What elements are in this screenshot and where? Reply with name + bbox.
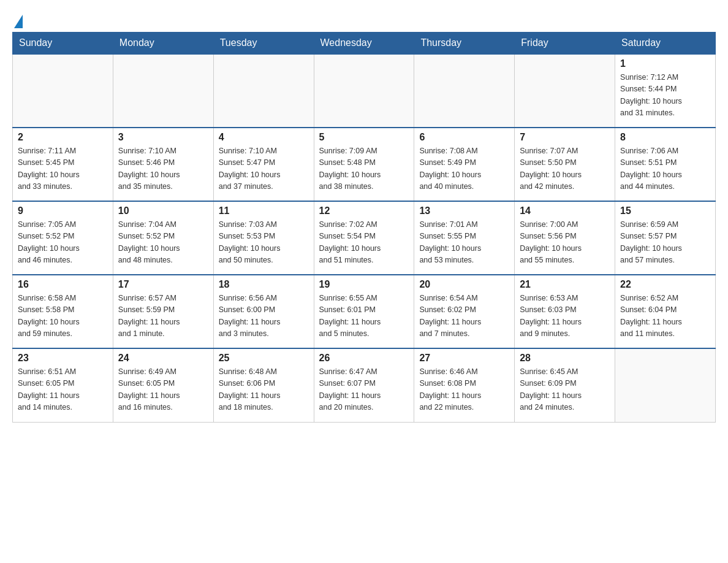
week-row: 16Sunrise: 6:58 AMSunset: 5:58 PMDayligh… xyxy=(13,275,716,348)
day-info: Sunrise: 7:06 AMSunset: 5:51 PMDaylight:… xyxy=(620,145,710,193)
day-number: 17 xyxy=(118,279,208,290)
calendar-cell: 6Sunrise: 7:08 AMSunset: 5:49 PMDaylight… xyxy=(414,128,515,201)
day-info: Sunrise: 7:11 AMSunset: 5:45 PMDaylight:… xyxy=(18,145,108,193)
calendar-cell: 17Sunrise: 6:57 AMSunset: 5:59 PMDayligh… xyxy=(113,275,213,348)
calendar-cell: 12Sunrise: 7:02 AMSunset: 5:54 PMDayligh… xyxy=(314,201,414,275)
week-row: 1Sunrise: 7:12 AMSunset: 5:44 PMDaylight… xyxy=(13,54,716,128)
day-info: Sunrise: 7:08 AMSunset: 5:49 PMDaylight:… xyxy=(419,145,509,193)
calendar-cell xyxy=(213,54,314,128)
calendar-cell: 4Sunrise: 7:10 AMSunset: 5:47 PMDaylight… xyxy=(213,128,314,201)
day-info: Sunrise: 7:09 AMSunset: 5:48 PMDaylight:… xyxy=(319,145,409,193)
calendar-cell: 13Sunrise: 7:01 AMSunset: 5:55 PMDayligh… xyxy=(414,201,515,275)
week-row: 23Sunrise: 6:51 AMSunset: 6:05 PMDayligh… xyxy=(13,348,716,422)
week-row: 9Sunrise: 7:05 AMSunset: 5:52 PMDaylight… xyxy=(13,201,716,275)
day-number: 27 xyxy=(419,353,509,364)
day-number: 8 xyxy=(620,132,710,143)
day-info: Sunrise: 7:12 AMSunset: 5:44 PMDaylight:… xyxy=(620,72,710,120)
calendar-cell: 19Sunrise: 6:55 AMSunset: 6:01 PMDayligh… xyxy=(314,275,414,348)
calendar-cell: 23Sunrise: 6:51 AMSunset: 6:05 PMDayligh… xyxy=(13,348,113,422)
day-info: Sunrise: 6:47 AMSunset: 6:07 PMDaylight:… xyxy=(319,366,409,414)
day-number: 5 xyxy=(319,132,409,143)
day-info: Sunrise: 7:01 AMSunset: 5:55 PMDaylight:… xyxy=(419,219,509,267)
day-info: Sunrise: 6:52 AMSunset: 6:04 PMDaylight:… xyxy=(620,293,710,340)
day-info: Sunrise: 7:07 AMSunset: 5:50 PMDaylight:… xyxy=(520,145,610,193)
calendar-cell: 14Sunrise: 7:00 AMSunset: 5:56 PMDayligh… xyxy=(515,201,615,275)
day-number: 7 xyxy=(520,132,610,143)
day-info: Sunrise: 7:02 AMSunset: 5:54 PMDaylight:… xyxy=(319,219,409,267)
calendar-cell xyxy=(113,54,213,128)
day-number: 3 xyxy=(118,132,208,143)
day-number: 4 xyxy=(219,132,309,143)
day-number: 15 xyxy=(620,205,710,216)
calendar-cell: 22Sunrise: 6:52 AMSunset: 6:04 PMDayligh… xyxy=(615,275,716,348)
logo-triangle-icon xyxy=(14,15,23,28)
day-info: Sunrise: 7:10 AMSunset: 5:47 PMDaylight:… xyxy=(219,145,309,193)
day-info: Sunrise: 7:05 AMSunset: 5:52 PMDaylight:… xyxy=(18,219,108,267)
calendar-cell: 8Sunrise: 7:06 AMSunset: 5:51 PMDaylight… xyxy=(615,128,716,201)
calendar-header-row: SundayMondayTuesdayWednesdayThursdayFrid… xyxy=(13,33,716,55)
day-number: 22 xyxy=(620,279,710,290)
day-number: 20 xyxy=(419,279,509,290)
weekday-header: Wednesday xyxy=(314,33,414,55)
day-number: 10 xyxy=(118,205,208,216)
day-number: 18 xyxy=(219,279,309,290)
calendar-cell: 18Sunrise: 6:56 AMSunset: 6:00 PMDayligh… xyxy=(213,275,314,348)
calendar-cell: 3Sunrise: 7:10 AMSunset: 5:46 PMDaylight… xyxy=(113,128,213,201)
week-row: 2Sunrise: 7:11 AMSunset: 5:45 PMDaylight… xyxy=(13,128,716,201)
day-number: 6 xyxy=(419,132,509,143)
weekday-header: Sunday xyxy=(13,33,113,55)
day-info: Sunrise: 7:04 AMSunset: 5:52 PMDaylight:… xyxy=(118,219,208,267)
weekday-header: Thursday xyxy=(414,33,515,55)
day-number: 25 xyxy=(219,353,309,364)
calendar-cell: 25Sunrise: 6:48 AMSunset: 6:06 PMDayligh… xyxy=(213,348,314,422)
day-number: 23 xyxy=(18,353,108,364)
day-info: Sunrise: 6:45 AMSunset: 6:09 PMDaylight:… xyxy=(520,366,610,414)
calendar-cell: 7Sunrise: 7:07 AMSunset: 5:50 PMDaylight… xyxy=(515,128,615,201)
day-info: Sunrise: 6:56 AMSunset: 6:00 PMDaylight:… xyxy=(219,293,309,340)
calendar-cell: 21Sunrise: 6:53 AMSunset: 6:03 PMDayligh… xyxy=(515,275,615,348)
calendar-cell: 5Sunrise: 7:09 AMSunset: 5:48 PMDaylight… xyxy=(314,128,414,201)
calendar-cell xyxy=(414,54,515,128)
day-info: Sunrise: 6:49 AMSunset: 6:05 PMDaylight:… xyxy=(118,366,208,414)
day-number: 2 xyxy=(18,132,108,143)
day-info: Sunrise: 6:51 AMSunset: 6:05 PMDaylight:… xyxy=(18,366,108,414)
day-info: Sunrise: 7:00 AMSunset: 5:56 PMDaylight:… xyxy=(520,219,610,267)
calendar-cell: 2Sunrise: 7:11 AMSunset: 5:45 PMDaylight… xyxy=(13,128,113,201)
day-number: 13 xyxy=(419,205,509,216)
day-number: 24 xyxy=(118,353,208,364)
day-number: 19 xyxy=(319,279,409,290)
day-info: Sunrise: 6:54 AMSunset: 6:02 PMDaylight:… xyxy=(419,293,509,340)
calendar-cell xyxy=(13,54,113,128)
weekday-header: Monday xyxy=(113,33,213,55)
day-number: 26 xyxy=(319,353,409,364)
calendar-cell: 20Sunrise: 6:54 AMSunset: 6:02 PMDayligh… xyxy=(414,275,515,348)
weekday-header: Friday xyxy=(515,33,615,55)
day-number: 16 xyxy=(18,279,108,290)
day-info: Sunrise: 6:48 AMSunset: 6:06 PMDaylight:… xyxy=(219,366,309,414)
calendar-cell: 26Sunrise: 6:47 AMSunset: 6:07 PMDayligh… xyxy=(314,348,414,422)
page-header xyxy=(12,12,716,26)
calendar-cell: 9Sunrise: 7:05 AMSunset: 5:52 PMDaylight… xyxy=(13,201,113,275)
calendar-table: SundayMondayTuesdayWednesdayThursdayFrid… xyxy=(12,32,716,423)
day-number: 21 xyxy=(520,279,610,290)
day-info: Sunrise: 6:55 AMSunset: 6:01 PMDaylight:… xyxy=(319,293,409,340)
weekday-header: Saturday xyxy=(615,33,716,55)
calendar-cell: 28Sunrise: 6:45 AMSunset: 6:09 PMDayligh… xyxy=(515,348,615,422)
calendar-cell xyxy=(314,54,414,128)
day-number: 28 xyxy=(520,353,610,364)
day-number: 11 xyxy=(219,205,309,216)
calendar-cell: 16Sunrise: 6:58 AMSunset: 5:58 PMDayligh… xyxy=(13,275,113,348)
logo xyxy=(12,12,23,26)
day-info: Sunrise: 7:10 AMSunset: 5:46 PMDaylight:… xyxy=(118,145,208,193)
calendar-cell: 15Sunrise: 6:59 AMSunset: 5:57 PMDayligh… xyxy=(615,201,716,275)
day-info: Sunrise: 6:59 AMSunset: 5:57 PMDaylight:… xyxy=(620,219,710,267)
day-info: Sunrise: 6:58 AMSunset: 5:58 PMDaylight:… xyxy=(18,293,108,340)
calendar-cell: 27Sunrise: 6:46 AMSunset: 6:08 PMDayligh… xyxy=(414,348,515,422)
calendar-cell: 10Sunrise: 7:04 AMSunset: 5:52 PMDayligh… xyxy=(113,201,213,275)
day-number: 12 xyxy=(319,205,409,216)
calendar-cell xyxy=(515,54,615,128)
calendar-cell: 24Sunrise: 6:49 AMSunset: 6:05 PMDayligh… xyxy=(113,348,213,422)
day-number: 1 xyxy=(620,58,710,69)
day-info: Sunrise: 7:03 AMSunset: 5:53 PMDaylight:… xyxy=(219,219,309,267)
calendar-cell xyxy=(615,348,716,422)
